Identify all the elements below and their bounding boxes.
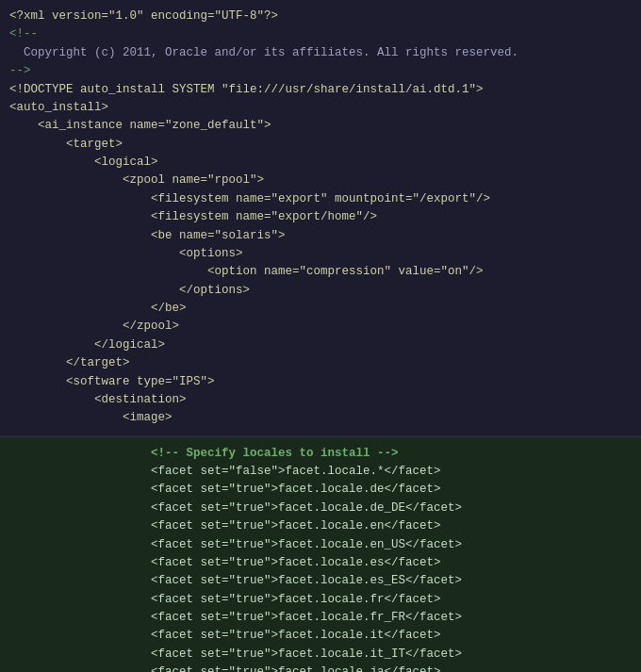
editor-container: <?xml version="1.0" encoding="UTF-8"?><!… xyxy=(0,0,641,672)
code-line: </logical> xyxy=(9,336,632,354)
code-line: <facet set="true">facet.locale.en</facet… xyxy=(9,517,632,535)
code-line: </zpool> xyxy=(9,318,632,336)
bottom-section: <!-- Specify locales to install --> <fac… xyxy=(0,437,641,672)
code-line: <software type="IPS"> xyxy=(9,373,632,391)
code-line: Copyright (c) 2011, Oracle and/or its af… xyxy=(9,44,632,62)
code-line: <auto_install> xyxy=(9,99,632,117)
code-line: <zpool name="rpool"> xyxy=(9,172,632,189)
code-line: <be name="solaris"> xyxy=(9,227,632,245)
code-line: </be> xyxy=(9,300,632,318)
code-line: <image> xyxy=(9,409,632,427)
code-line: <facet set="true">facet.locale.ja</facet… xyxy=(9,664,632,672)
code-line: <facet set="false">facet.locale.*</facet… xyxy=(9,463,632,481)
code-line: <facet set="true">facet.locale.es_ES</fa… xyxy=(9,572,632,590)
code-line: <target> xyxy=(9,136,632,154)
code-line: <option name="compression" value="on"/> xyxy=(9,263,632,281)
code-line: <facet set="true">facet.locale.it</facet… xyxy=(9,627,632,645)
code-line: </options> xyxy=(9,282,632,300)
code-line: <facet set="true">facet.locale.es</facet… xyxy=(9,554,632,572)
code-line: <facet set="true">facet.locale.it_IT</fa… xyxy=(9,646,632,664)
code-line: <filesystem name="export" mountpoint="/e… xyxy=(9,190,632,208)
code-line: <facet set="true">facet.locale.de_DE</fa… xyxy=(9,500,632,517)
code-line: <facet set="true">facet.locale.fr</facet… xyxy=(9,591,632,609)
code-line: <facet set="true">facet.locale.en_US</fa… xyxy=(9,536,632,554)
code-line: <!DOCTYPE auto_install SYSTEM "file:///u… xyxy=(9,81,632,99)
code-line: <facet set="true">facet.locale.de</facet… xyxy=(9,481,632,499)
code-line: <?xml version="1.0" encoding="UTF-8"?> xyxy=(9,8,632,25)
code-line: <facet set="true">facet.locale.fr_FR</fa… xyxy=(9,609,632,627)
code-line: --> xyxy=(9,62,632,80)
code-line: <ai_instance name="zone_default"> xyxy=(9,117,632,135)
code-line: <destination> xyxy=(9,391,632,409)
top-section: <?xml version="1.0" encoding="UTF-8"?><!… xyxy=(0,0,641,437)
code-line: <!-- Specify locales to install --> xyxy=(9,445,632,463)
code-line: <!-- xyxy=(9,25,632,43)
code-line: <options> xyxy=(9,245,632,263)
code-line: <logical> xyxy=(9,154,632,172)
code-line: </target> xyxy=(9,354,632,372)
code-line: <filesystem name="export/home"/> xyxy=(9,208,632,226)
